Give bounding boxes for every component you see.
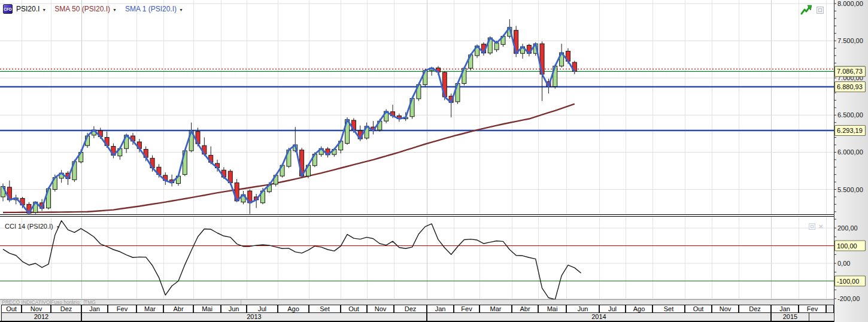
month-cell: Dez: [394, 305, 427, 313]
month-cell: Mai: [193, 305, 221, 313]
month-cell: Jan: [427, 305, 454, 313]
trend-arrow-icon[interactable]: [800, 5, 812, 15]
chart-toolbar-icons: [800, 5, 824, 15]
month-cell: Out: [1, 305, 22, 313]
year-cell: 2014: [427, 313, 771, 321]
chevron-down-icon: ▼: [42, 7, 46, 11]
main-price-panel[interactable]: [0, 0, 834, 214]
sma50-label: SMA 50 (PSI20.I): [54, 5, 110, 13]
time-axis-months[interactable]: OutNovDezJanFevMarAbrMaiJunJulAgoSetOutN…: [0, 305, 834, 313]
year-cell: 2012: [1, 313, 81, 321]
axis-label: 6.000,00: [837, 148, 863, 156]
month-cell: Fev: [799, 305, 826, 313]
year-cell: 2015: [771, 313, 809, 321]
instrument-selector[interactable]: PSI20.I ▼: [16, 5, 46, 13]
month-cell: Mai: [538, 305, 566, 313]
month-cell: Abr: [163, 305, 193, 313]
price-tag-label: 6.293,19: [837, 127, 863, 134]
chevron-down-icon: ▼: [179, 7, 183, 11]
month-cell: Out: [685, 305, 712, 313]
month-cell: Nov: [22, 305, 51, 313]
sma1-selector[interactable]: SMA 1 (PSI20.I) ▼: [125, 5, 183, 13]
price-tag-label: 6.880,93: [837, 83, 863, 90]
cci-legend[interactable]: CCI 14 (PSI20.I) ▼: [5, 223, 60, 230]
month-cell: Jan: [81, 305, 108, 313]
month-cell: Jun: [566, 305, 599, 313]
chevron-down-icon: ▼: [113, 7, 117, 11]
axis-label: 5.500,00: [837, 186, 863, 193]
year-cell: 2013: [81, 313, 427, 321]
month-cell: Fev: [108, 305, 136, 313]
cfd-instrument-icon: CFD: [3, 4, 13, 14]
cci-panel-controls: ✕: [809, 223, 823, 230]
month-cell: Nov: [367, 305, 394, 313]
time-axis-years: 2012201320142015: [0, 313, 834, 321]
sma50-selector[interactable]: SMA 50 (PSI20.I) ▼: [54, 5, 117, 13]
chart-application: CFD PSI20.I ▼ SMA 50 (PSI20.I) ▼ SMA 1 (…: [0, 0, 868, 322]
month-cell-empty: [826, 305, 834, 313]
month-cell: Fev: [454, 305, 479, 313]
month-cell: Set: [309, 305, 341, 313]
axis-label: 6.500,00: [837, 111, 863, 119]
month-cell: Dez: [51, 305, 81, 313]
instrument-label: PSI20.I: [16, 5, 40, 13]
month-cell: Set: [652, 305, 685, 313]
month-cell: Ago: [278, 305, 309, 313]
month-cell: Dez: [739, 305, 771, 313]
candlestick-chart[interactable]: [0, 0, 834, 214]
price-tag-label: 100,00: [837, 242, 857, 250]
panel-settings-icon[interactable]: [817, 7, 824, 14]
month-cell: Abr: [512, 305, 538, 313]
price-tag-label: -100,00: [837, 278, 859, 285]
sma1-label: SMA 1 (PSI20.I): [125, 5, 177, 13]
axis-label: 8.000,00: [837, 0, 863, 7]
month-cell: Jun: [221, 305, 247, 313]
cci-label: CCI 14 (PSI20.I): [5, 223, 53, 230]
axis-label: 7.500,00: [837, 37, 863, 44]
month-cell: Out: [341, 305, 367, 313]
month-cell: Nov: [712, 305, 739, 313]
axis-label: 0,00: [837, 260, 850, 267]
month-cell: Ago: [626, 305, 652, 313]
month-cell: Jul: [599, 305, 626, 313]
restore-panel-icon[interactable]: [809, 223, 815, 230]
price-axis-scale[interactable]: 8.000,007.500,007.000,006.500,006.000,00…: [834, 0, 868, 322]
month-cell: Mar: [479, 305, 512, 313]
axis-label: 200,00: [837, 224, 858, 232]
month-cell: Mar: [136, 305, 163, 313]
candles: [1, 19, 577, 214]
price-axis[interactable]: 8.000,007.500,007.000,006.500,006.000,00…: [834, 0, 868, 322]
month-cell: Jan: [771, 305, 799, 313]
price-tag-label: 7.086,73: [837, 68, 863, 75]
month-cell: Jul: [247, 305, 278, 313]
cci-chart[interactable]: [0, 217, 834, 299]
chevron-down-icon: ▼: [56, 224, 60, 229]
close-panel-icon[interactable]: ✕: [818, 223, 823, 230]
axis-label: -200,00: [837, 295, 860, 302]
chart-legend: CFD PSI20.I ▼ SMA 50 (PSI20.I) ▼ SMA 1 (…: [3, 4, 183, 14]
cci-indicator-panel[interactable]: [0, 217, 834, 299]
